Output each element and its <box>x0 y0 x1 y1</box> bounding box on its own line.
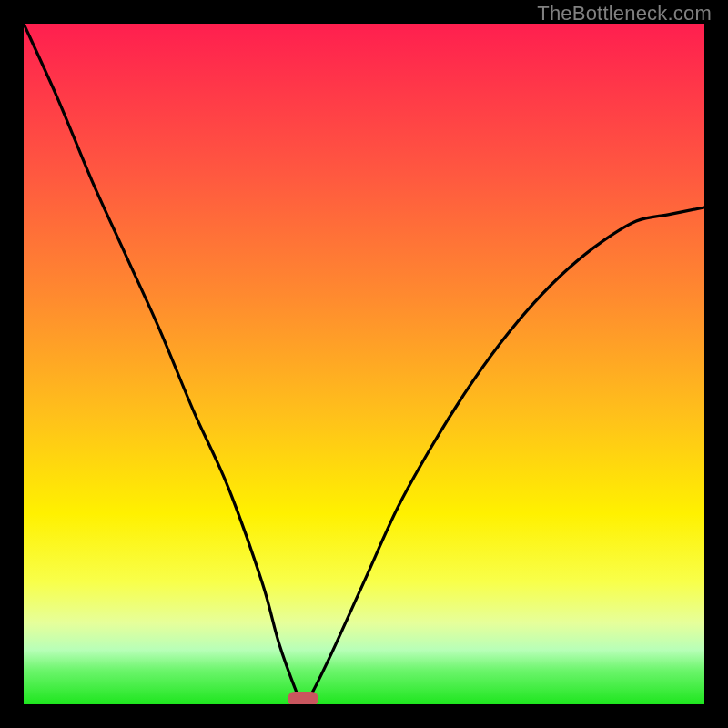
gradient-plot-area <box>24 24 704 704</box>
frame-border-right <box>704 0 728 728</box>
chart-stage: TheBottleneck.com <box>0 0 728 728</box>
frame-border-bottom <box>0 704 728 728</box>
watermark-text: TheBottleneck.com <box>537 2 712 25</box>
frame-border-left <box>0 0 24 728</box>
